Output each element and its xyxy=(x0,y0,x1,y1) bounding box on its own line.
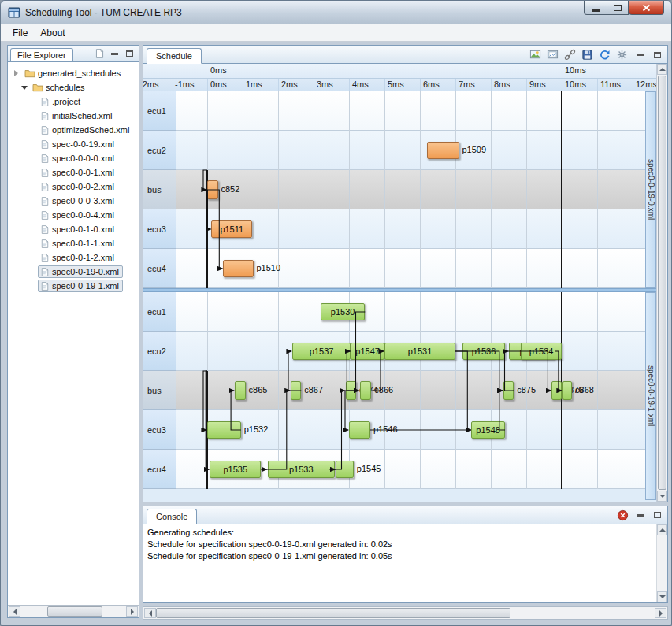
expand-arrow-icon[interactable] xyxy=(13,69,22,77)
task-box-p1535[interactable]: p1535 xyxy=(210,461,261,478)
link-button[interactable] xyxy=(562,48,577,61)
scroll-left-arrow[interactable] xyxy=(144,608,156,618)
task-box-p1536[interactable]: p1536 xyxy=(462,343,505,360)
scroll-right-arrow[interactable] xyxy=(126,606,138,617)
tree-item-schedules[interactable]: schedules xyxy=(8,80,139,94)
schedule-horizontal-scrollbar[interactable] xyxy=(143,606,668,620)
task-label-p1509: p1509 xyxy=(462,145,487,154)
tree-item-box: optimizedSched.xml xyxy=(38,124,133,136)
tree-item-spec0-0-19-0.xml[interactable]: spec0-0-19-0.xml xyxy=(8,265,139,279)
tab-console[interactable]: Console xyxy=(147,509,197,524)
section-separator xyxy=(143,288,656,292)
tree-indent xyxy=(28,225,38,233)
axis-tick xyxy=(491,79,492,91)
task-box-c865[interactable] xyxy=(235,381,246,400)
schedule-tabbar: Schedule xyxy=(143,46,667,64)
section-name-label: spec0-0-19-1.xml xyxy=(647,365,655,426)
tree-item-spec0-0-0-1.xml[interactable]: spec0-0-0-1.xml xyxy=(8,165,139,180)
file-explorer-header: File Explorer xyxy=(8,46,139,62)
task-box-p1511[interactable]: p1511 xyxy=(211,220,252,238)
tree-item-spec0-0-19-1.xml[interactable]: spec0-0-19-1.xml xyxy=(8,279,139,293)
scroll-thumb[interactable] xyxy=(658,76,666,490)
task-box-p1534[interactable]: p1534 xyxy=(521,343,562,360)
scroll-up-arrow[interactable] xyxy=(657,524,667,535)
tree-item-spec0-0-0-3.xml[interactable]: spec0-0-0-3.xml xyxy=(8,194,139,208)
tree-item-spec-0-0-19.xml[interactable]: spec-0-0-19.xml xyxy=(8,137,139,151)
task-label-c866: c866 xyxy=(374,385,393,394)
tree-item-spec0-0-0-4.xml[interactable]: spec0-0-0-4.xml xyxy=(8,208,139,222)
task-box-p1533[interactable]: p1533 xyxy=(268,461,336,478)
task-box-c876[interactable] xyxy=(551,381,561,400)
task-box-c852[interactable] xyxy=(207,180,218,199)
task-box-p1537[interactable]: p1537 xyxy=(292,343,351,360)
schedule-row-ecu2 xyxy=(176,131,645,170)
scroll-down-arrow[interactable] xyxy=(657,491,667,502)
settings-button[interactable] xyxy=(614,48,629,61)
schedule-maximize-button[interactable] xyxy=(651,49,664,61)
console-vertical-scrollbar[interactable] xyxy=(656,524,667,602)
console-maximize-button[interactable] xyxy=(651,509,664,521)
console-minimize-button[interactable] xyxy=(633,509,647,521)
tree-item-spec0-0-0-0.xml[interactable]: spec0-0-0-0.xml xyxy=(8,151,139,165)
explorer-horizontal-scrollbar[interactable] xyxy=(8,605,139,617)
schedule-minimize-button[interactable] xyxy=(633,49,647,61)
task-box-p1546[interactable] xyxy=(349,421,370,439)
tree-item-initialSched.xml[interactable]: initialSched.xml xyxy=(8,109,139,123)
tree-item-spec0-0-1-2.xml[interactable]: spec0-0-1-2.xml xyxy=(8,250,139,265)
collapse-arrow-icon[interactable] xyxy=(20,83,30,91)
export-image-button[interactable] xyxy=(528,48,543,61)
task-box-p1548[interactable]: p1548 xyxy=(471,421,505,439)
task-box-c868[interactable] xyxy=(562,381,572,400)
schedule-panel: Schedule 0ms10ms-2ms-1ms0ms1ms2ms3ms4ms5… xyxy=(143,45,668,502)
save-button[interactable] xyxy=(580,48,595,61)
tree-item-spec0-0-1-1.xml[interactable]: spec0-0-1-1.xml xyxy=(8,236,139,250)
console-panel: Console Generating schedules:Schedule fo… xyxy=(143,506,668,603)
scroll-thumb[interactable] xyxy=(156,608,510,618)
task-box-c866[interactable] xyxy=(360,381,372,400)
tree-item-generated_schedules[interactable]: generated_schedules xyxy=(8,66,139,80)
tree-item-.project[interactable]: .project xyxy=(8,94,139,109)
explorer-maximize-button[interactable] xyxy=(123,47,136,60)
task-box-p1510[interactable] xyxy=(223,260,253,277)
menu-file[interactable]: File xyxy=(6,26,34,40)
task-box-p1530[interactable]: p1530 xyxy=(321,303,365,320)
task-box-p1532[interactable] xyxy=(207,421,241,439)
schedule-vertical-scrollbar[interactable] xyxy=(656,64,667,502)
tab-schedule[interactable]: Schedule xyxy=(147,48,202,64)
tree-indent xyxy=(28,239,38,247)
report-button[interactable] xyxy=(545,48,560,61)
clear-console-button[interactable] xyxy=(616,509,629,521)
task-box-p1509[interactable] xyxy=(427,142,459,159)
scroll-left-arrow[interactable] xyxy=(9,606,20,617)
console-tabbar: Console xyxy=(143,506,667,524)
tree-item-optimizedSched.xml[interactable]: optimizedSched.xml xyxy=(8,123,139,137)
tree-item-box: spec0-0-0-3.xml xyxy=(38,194,118,207)
menu-about[interactable]: About xyxy=(34,26,71,40)
scroll-thumb[interactable] xyxy=(47,606,102,617)
window-close-button[interactable] xyxy=(629,1,664,15)
task-box-c875[interactable] xyxy=(503,381,514,400)
window-minimize-button[interactable] xyxy=(584,1,607,15)
scroll-right-arrow[interactable] xyxy=(655,608,666,618)
section-name-label: spec0-0-19-0.xml xyxy=(647,159,655,220)
refresh-button[interactable] xyxy=(597,48,612,61)
task-box-p1545[interactable] xyxy=(336,461,354,478)
scroll-up-arrow[interactable] xyxy=(657,64,667,75)
tree-item-label: spec-0-0-19.xml xyxy=(52,139,114,149)
tree-item-label: spec0-0-0-0.xml xyxy=(52,154,114,163)
file-icon xyxy=(40,253,50,263)
window-maximize-button[interactable] xyxy=(607,1,629,15)
file-explorer-title: File Explorer xyxy=(10,48,73,61)
explorer-minimize-button[interactable] xyxy=(108,47,121,60)
explorer-page-button[interactable] xyxy=(93,47,106,60)
tree-item-spec0-0-0-2.xml[interactable]: spec0-0-0-2.xml xyxy=(8,180,139,194)
scroll-down-arrow[interactable] xyxy=(657,591,667,602)
task-box-p1531[interactable]: p1531 xyxy=(384,343,455,360)
task-box-p1547[interactable]: p1547 xyxy=(351,343,384,360)
tree-item-spec0-0-1-0.xml[interactable]: spec0-0-1-0.xml xyxy=(8,222,139,236)
gridline xyxy=(491,91,492,288)
row-label-ecu3: ecu3 xyxy=(143,209,176,249)
task-box-c867[interactable] xyxy=(291,381,302,400)
tree-item-box: spec0-0-0-4.xml xyxy=(38,209,118,221)
task-box-c874[interactable] xyxy=(346,381,357,400)
